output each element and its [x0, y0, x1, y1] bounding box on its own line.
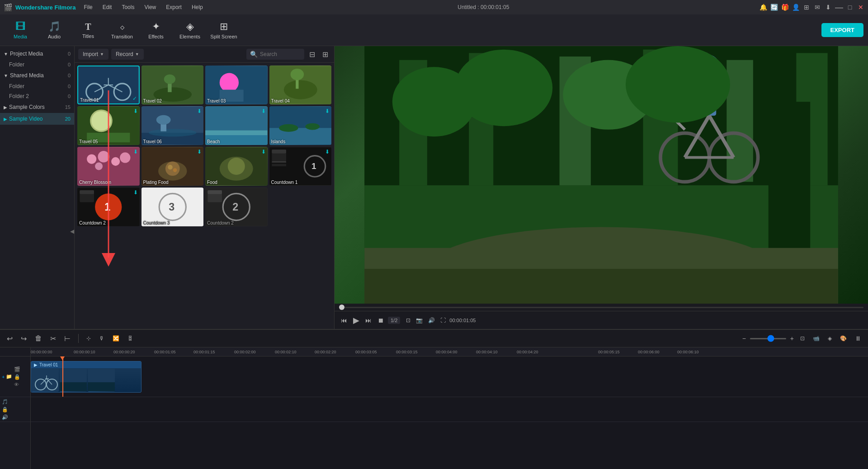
media-item-countdown2b[interactable]: 2 Countdown 2 [205, 188, 268, 226]
media-item-countdown3[interactable]: 3 Countdown 3 [142, 188, 204, 226]
media-item-beach[interactable]: Beach ⬇ [205, 106, 268, 145]
tool-elements[interactable]: ◈ Elements [174, 17, 206, 44]
zoom-slider[interactable] [750, 338, 786, 339]
fit-button[interactable]: ⊡ [798, 334, 807, 342]
volume-button[interactable]: 🔊 [426, 316, 437, 324]
preview-size-button[interactable]: ⊡ [404, 316, 412, 324]
media-item-cherry[interactable]: Cherry Blossom ⬇ [77, 147, 140, 186]
notification-icon[interactable]: 🔔 [760, 4, 767, 11]
maximize-button[interactable]: □ [846, 4, 854, 11]
shared-media-folder[interactable]: Folder 0 [0, 81, 74, 91]
mix-audio-button[interactable]: 🔀 [110, 334, 122, 342]
zoom-out-button[interactable]: − [740, 334, 748, 343]
menu-help[interactable]: Help [187, 3, 208, 11]
audio-mute-icon[interactable]: 🔊 [2, 414, 8, 420]
media-item-countdown2a[interactable]: 1 Countdown 2 ⬇ [77, 188, 140, 226]
import-button[interactable]: Import ▼ [78, 49, 108, 60]
snap-button[interactable]: ⊹ [84, 334, 93, 342]
media-item-travel02[interactable]: Travel 02 [142, 66, 204, 104]
shared-media-header[interactable]: ▼Shared Media 0 [0, 70, 74, 81]
pause-timeline-button[interactable]: ⏸ [853, 334, 863, 343]
redo-button[interactable]: ↪ [19, 333, 29, 344]
shared-media-folder2[interactable]: Folder 2 0 [0, 91, 74, 101]
tool-audio[interactable]: 🎵 Audio [38, 17, 70, 44]
add-track-icon[interactable]: + [2, 374, 5, 380]
media-item-travel03[interactable]: Travel 03 [205, 66, 268, 104]
tool-transition[interactable]: ⬦ Transition [106, 17, 138, 44]
svg-point-42 [165, 161, 179, 176]
transition-icon: ⬦ [119, 21, 125, 33]
progress-track[interactable] [339, 307, 863, 308]
menu-edit[interactable]: Edit [98, 3, 117, 11]
download-icon: ⬇ [325, 149, 330, 155]
lock-icon[interactable]: 🔒 [14, 374, 20, 380]
media-item-travel01[interactable]: Travel 01 ✓ [77, 66, 140, 104]
svg-rect-57 [80, 190, 94, 194]
sample-video-header[interactable]: ▶Sample Video 20 [0, 113, 74, 125]
menu-export[interactable]: Export [161, 3, 186, 11]
tool-titles[interactable]: T Titles [72, 17, 104, 44]
undo-button[interactable]: ↩ [5, 333, 15, 344]
tool-splitscreen[interactable]: ⊞ Split Screen [208, 17, 240, 44]
mail-icon[interactable]: ✉ [814, 4, 821, 11]
svg-point-32 [279, 124, 298, 132]
sample-video-section: ▶Sample Video 20 [0, 113, 74, 125]
grid-icon[interactable]: ⊞ [803, 4, 810, 11]
split-button[interactable]: ⊢ [62, 333, 73, 344]
media-item-travel05[interactable]: Travel 05 ⬇ [77, 106, 140, 145]
coloring-button[interactable]: 🎨 [838, 334, 849, 342]
download-icon: ⬇ [325, 108, 330, 114]
menu-file[interactable]: File [79, 3, 97, 11]
video-track-row: ▶ Travel 01 [31, 356, 868, 397]
marker-button[interactable]: ◈ [826, 334, 834, 342]
cut-button[interactable]: ✂ [48, 333, 58, 344]
preview-controls: ⏮ ▶ ⏭ ⏹ 1/2 ⊡ 📷 🔊 ⛶ 00:00:01:05 [335, 311, 868, 329]
record-audio-button[interactable]: 🎙 [97, 334, 107, 342]
record-button[interactable]: Record ▼ [111, 49, 144, 60]
fast-forward-button[interactable]: ⏭ [363, 316, 373, 325]
media-item-travel04[interactable]: Travel 04 [269, 66, 332, 104]
zoom-in-button[interactable]: + [788, 334, 796, 343]
download-icon[interactable]: ⬇ [825, 4, 832, 11]
audio-settings-button[interactable]: 🎛 [125, 334, 135, 342]
user-icon[interactable]: 👤 [792, 4, 799, 11]
search-input[interactable] [260, 51, 301, 57]
export-button[interactable]: EXPORT [821, 23, 863, 37]
eye-icon[interactable]: 👁 [14, 382, 20, 387]
step-back-button[interactable]: ⏮ [339, 316, 349, 325]
stop-button[interactable]: ⏹ [376, 316, 386, 325]
panel-collapse-btn[interactable]: ◀ [70, 228, 74, 234]
audio-lock-icon[interactable]: 🔒 [2, 407, 8, 413]
svg-point-43 [168, 165, 173, 170]
menu-view[interactable]: View [140, 3, 160, 11]
fullscreen-button[interactable]: ⛶ [439, 316, 448, 324]
download-icon: ⬇ [133, 189, 138, 196]
tool-media[interactable]: 🎞 Media [5, 17, 36, 44]
media-item-food[interactable]: Food ⬇ [205, 147, 268, 186]
menu-tools[interactable]: Tools [117, 3, 139, 11]
media-item-plating[interactable]: Plating Food ⬇ [142, 147, 204, 186]
gift-icon[interactable]: 🎁 [781, 4, 788, 11]
media-item-islands[interactable]: Islands ⬇ [269, 106, 332, 145]
play-button[interactable]: ▶ [351, 314, 361, 326]
progress-playhead[interactable] [339, 305, 344, 310]
minimize-button[interactable]: — [835, 4, 843, 11]
tool-effects[interactable]: ✦ Effects [140, 17, 172, 44]
project-media-section: ▼Project Media 0 Folder 0 [0, 48, 74, 70]
folder-icon[interactable]: 📁 [6, 374, 12, 380]
video-clip-travel01[interactable]: ▶ Travel 01 [31, 361, 142, 393]
screenshot-button[interactable]: 📷 [414, 316, 425, 324]
sample-colors-header[interactable]: ▶Sample Colors 15 [0, 101, 74, 113]
delete-button[interactable]: 🗑 [33, 333, 44, 343]
camera-button[interactable]: 📹 [811, 334, 822, 342]
project-media-folder[interactable]: Folder 0 [0, 60, 74, 70]
media-item-travel06[interactable]: Travel 06 ⬇ [142, 106, 204, 145]
media-grid: Travel 01 ✓ Travel 02 [75, 63, 334, 329]
sync-icon[interactable]: 🔄 [770, 4, 778, 11]
view-toggle-button[interactable]: ⊞ [320, 49, 330, 60]
close-button[interactable]: ✕ [857, 4, 864, 11]
filter-button[interactable]: ⊟ [307, 49, 317, 60]
svg-point-15 [283, 80, 317, 99]
project-media-header[interactable]: ▼Project Media 0 [0, 48, 74, 60]
media-item-countdown1[interactable]: 1 Countdown 1 ⬇ [269, 147, 332, 186]
